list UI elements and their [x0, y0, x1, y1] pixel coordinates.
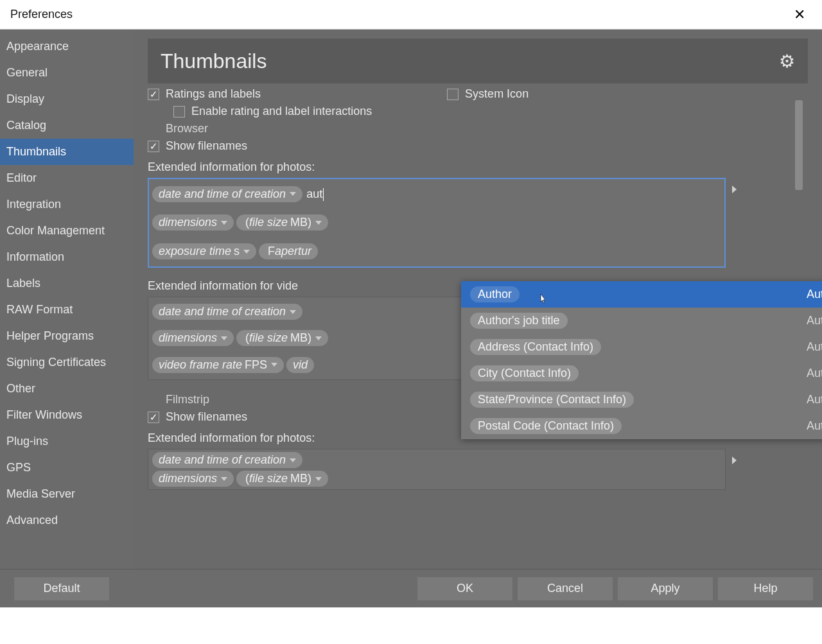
close-icon[interactable]: ✕: [787, 4, 812, 26]
ok-button[interactable]: OK: [417, 577, 512, 600]
scrollbar-thumb[interactable]: [795, 100, 803, 190]
field-tag[interactable]: date and time of creation: [152, 304, 302, 320]
filmstrip-section-label: Filmstrip: [166, 393, 209, 406]
panel-title: Thumbnails: [161, 49, 267, 73]
sidebar-item-editor[interactable]: Editor: [0, 165, 134, 191]
enable-rating-checkbox[interactable]: [173, 106, 185, 117]
gear-icon[interactable]: ⚙: [779, 51, 795, 72]
enable-rating-label: Enable rating and label interactions: [191, 105, 372, 118]
sidebar-item-signing-certificates[interactable]: Signing Certificates: [0, 349, 134, 376]
typed-text: aut: [306, 187, 324, 201]
sidebar-item-general[interactable]: General: [0, 60, 134, 86]
field-tag[interactable]: date and time of creation: [152, 452, 302, 468]
window-title: Preferences: [10, 8, 73, 21]
sidebar-item-helper-programs[interactable]: Helper Programs: [0, 323, 134, 349]
field-tag[interactable]: dimensions: [152, 214, 234, 231]
field-tag[interactable]: date and time of creation: [152, 186, 302, 202]
apply-button[interactable]: Apply: [618, 577, 713, 600]
sidebar-item-color-management[interactable]: Color Management: [0, 218, 134, 244]
sidebar-item-plug-ins[interactable]: Plug-ins: [0, 428, 134, 455]
show-filenames2-checkbox[interactable]: [148, 412, 159, 423]
system-icon-checkbox[interactable]: [447, 89, 459, 100]
field-tag[interactable]: Fapertur: [259, 243, 318, 259]
sidebar-item-display[interactable]: Display: [0, 86, 134, 112]
ext-photos-input[interactable]: date and time of creationautdimensions(f…: [148, 178, 726, 268]
footer: Default OK Cancel Apply Help: [0, 569, 822, 607]
sidebar-item-other[interactable]: Other: [0, 376, 134, 402]
default-button[interactable]: Default: [14, 577, 109, 600]
ext-photos-label: Extended information for photos:: [148, 161, 808, 174]
field-tag[interactable]: video frame rate FPS: [152, 357, 284, 373]
autocomplete-popup: AuthorAuthorAuthor's job titleAuthorAddr…: [461, 281, 822, 439]
sidebar-item-labels[interactable]: Labels: [0, 270, 134, 297]
help-button[interactable]: Help: [718, 577, 813, 600]
field-tag[interactable]: (file size MB): [236, 471, 328, 487]
field-tag[interactable]: (file size MB): [236, 214, 328, 231]
sidebar-item-advanced[interactable]: Advanced: [0, 507, 134, 534]
sidebar-item-information[interactable]: Information: [0, 244, 134, 270]
ratings-labels-label: Ratings and labels: [166, 87, 261, 101]
sidebar-item-gps[interactable]: GPS: [0, 455, 134, 481]
autocomplete-item[interactable]: Address (Contact Info)Author: [461, 334, 822, 360]
sidebar-item-integration[interactable]: Integration: [0, 191, 134, 218]
autocomplete-item[interactable]: State/Province (Contact Info)Author: [461, 387, 822, 413]
sidebar-item-thumbnails[interactable]: Thumbnails: [0, 139, 134, 165]
expand-icon[interactable]: [732, 457, 737, 464]
autocomplete-item[interactable]: City (Contact Info)Author: [461, 360, 822, 387]
field-tag[interactable]: vid: [286, 357, 314, 373]
field-tag[interactable]: exposure time s: [152, 243, 256, 259]
field-tag[interactable]: dimensions: [152, 330, 234, 346]
cancel-button[interactable]: Cancel: [518, 577, 613, 600]
sidebar-item-media-server[interactable]: Media Server: [0, 481, 134, 507]
sidebar-item-filter-windows[interactable]: Filter Windows: [0, 402, 134, 428]
sidebar: AppearanceGeneralDisplayCatalogThumbnail…: [0, 30, 134, 569]
show-filenames-label: Show filenames: [166, 139, 247, 153]
sidebar-item-raw-format[interactable]: RAW Format: [0, 297, 134, 323]
sidebar-item-appearance[interactable]: Appearance: [0, 33, 134, 60]
expand-icon[interactable]: [732, 186, 737, 193]
show-filenames2-label: Show filenames: [166, 410, 247, 424]
autocomplete-item[interactable]: Author's job titleAuthor: [461, 308, 822, 334]
autocomplete-item[interactable]: Postal Code (Contact Info)Author: [461, 413, 822, 439]
main-panel: Thumbnails ⚙ Ratings and labels System I…: [134, 30, 822, 569]
panel-header: Thumbnails ⚙: [148, 39, 808, 83]
browser-section-label: Browser: [166, 122, 208, 135]
sidebar-item-catalog[interactable]: Catalog: [0, 112, 134, 139]
show-filenames-checkbox[interactable]: [148, 141, 159, 152]
field-tag[interactable]: (file size MB): [236, 330, 328, 346]
system-icon-label: System Icon: [465, 87, 529, 101]
field-tag[interactable]: dimensions: [152, 471, 234, 487]
autocomplete-item[interactable]: AuthorAuthor: [461, 281, 822, 308]
ratings-labels-checkbox[interactable]: [148, 89, 159, 100]
titlebar: Preferences ✕: [0, 0, 822, 30]
ext-photos2-input[interactable]: date and time of creationdimensions(file…: [148, 449, 726, 490]
